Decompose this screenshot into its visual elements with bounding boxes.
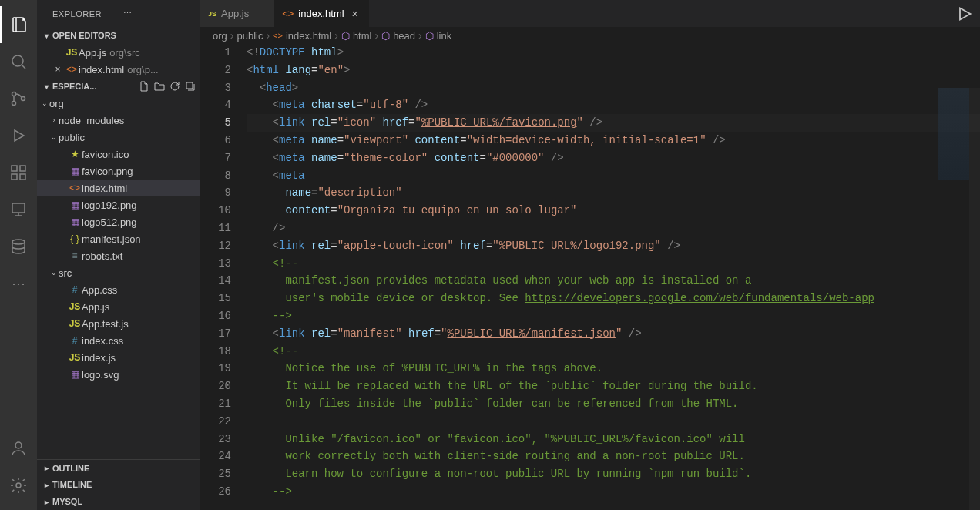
file-item[interactable]: JSindex.js (37, 349, 200, 366)
code-area[interactable]: <!DOCTYPE html><html lang="en"> <head> <… (247, 44, 980, 510)
file-item[interactable]: #App.css (37, 281, 200, 298)
svg-point-0 (12, 55, 23, 66)
breadcrumb-item[interactable]: html (353, 30, 372, 42)
run-icon[interactable] (955, 5, 974, 25)
svg-point-9 (15, 442, 22, 448)
chevron-right-icon: ▸ (40, 498, 52, 506)
sidebar: EXPLORER ⋯ ▾ OPEN EDITORS JSApp.jsorg\sr… (37, 0, 200, 510)
symbol-icon: ⬡ (425, 30, 434, 42)
breadcrumb-item[interactable]: index.html (286, 30, 331, 42)
file-item[interactable]: ▦logo.svg (37, 366, 200, 383)
editor[interactable]: 1234567891011121314151617181920212223242… (200, 44, 980, 510)
collapse-all-icon[interactable] (183, 79, 197, 93)
editor-group: JSApp.js<>index.html× org› public›<> ind… (200, 0, 980, 510)
chevron-right-icon: › (334, 29, 338, 42)
activity-run-debug[interactable] (0, 117, 37, 154)
activity-settings[interactable] (0, 467, 37, 504)
chevron-right-icon: ▸ (40, 464, 52, 472)
tab-App-js[interactable]: JSApp.js (200, 0, 274, 27)
js-icon: JS (68, 300, 82, 314)
chevron-down-icon: ⌄ (49, 133, 59, 141)
svg-point-1 (12, 92, 16, 96)
folder-org[interactable]: ⌄org (37, 95, 200, 112)
file-label: App.js (82, 301, 109, 313)
js-icon: JS (68, 317, 82, 330)
tab-label: App.js (221, 8, 249, 19)
chevron-right-icon: › (49, 116, 59, 124)
file-label: index.css (82, 335, 123, 347)
tab-index-html[interactable]: <>index.html× (274, 0, 369, 27)
file-label: App.js (79, 47, 106, 59)
tab-label: index.html (298, 8, 344, 19)
timeline-title: TIMELINE (52, 480, 197, 489)
file-label: robots.txt (82, 250, 123, 262)
new-file-icon[interactable] (137, 79, 151, 93)
svg-rect-5 (12, 174, 17, 180)
timeline-header[interactable]: ▸ TIMELINE (37, 476, 200, 493)
image-icon: ▦ (68, 164, 82, 178)
activity-remote[interactable] (0, 191, 37, 228)
breadcrumb-item[interactable]: head (393, 30, 415, 42)
folder-src[interactable]: ⌄src (37, 264, 200, 281)
activity-source-control[interactable] (0, 80, 37, 117)
explorer-title: EXPLORER (52, 9, 123, 18)
chevron-down-icon: ▾ (40, 32, 52, 40)
file-item[interactable]: ≡robots.txt (37, 247, 200, 264)
file-label: App.test.js (82, 318, 129, 330)
close-icon[interactable]: × (349, 8, 361, 20)
activity-bar: ⋯ (0, 0, 37, 510)
file-item[interactable]: ▦logo192.png (37, 196, 200, 213)
outline-title: OUTLINE (52, 464, 197, 473)
open-editors-header[interactable]: ▾ OPEN EDITORS (37, 27, 200, 44)
file-item[interactable]: <>index.html (37, 180, 200, 196)
file-item[interactable]: ▦favicon.png (37, 163, 200, 180)
tabs: JSApp.js<>index.html× (200, 0, 980, 27)
open-editor-item[interactable]: ×<>index.htmlorg\p... (37, 61, 200, 78)
activity-extensions[interactable] (0, 154, 37, 191)
svg-rect-4 (12, 166, 17, 171)
outline-header[interactable]: ▸ OUTLINE (37, 459, 200, 476)
chevron-right-icon: › (266, 29, 270, 42)
breadcrumb-item[interactable]: org (213, 30, 227, 42)
refresh-icon[interactable] (168, 79, 182, 93)
activity-search[interactable] (0, 43, 37, 80)
file-label: index.html (82, 183, 127, 194)
file-item[interactable]: JSApp.js (37, 298, 200, 315)
breadcrumb-item[interactable]: link (437, 30, 452, 42)
file-item[interactable]: ▦logo512.png (37, 213, 200, 230)
activity-database[interactable] (0, 228, 37, 265)
file-item[interactable]: { }manifest.json (37, 230, 200, 247)
file-path: org\p... (127, 64, 158, 75)
folder-node_modules[interactable]: ›node_modules (37, 112, 200, 129)
scrollbar[interactable] (969, 88, 980, 510)
chevron-right-icon: › (230, 29, 234, 42)
activity-account[interactable] (0, 430, 37, 467)
breadcrumb-item[interactable]: public (237, 30, 263, 42)
file-item[interactable]: #index.css (37, 332, 200, 349)
symbol-icon: ⬡ (341, 30, 350, 42)
folder-label: src (59, 267, 72, 279)
file-item[interactable]: ★favicon.ico (37, 146, 200, 163)
js-icon: JS (208, 10, 216, 18)
activity-more[interactable]: ⋯ (0, 265, 37, 302)
image-icon: ▦ (68, 215, 82, 229)
symbol-icon: ⬡ (381, 30, 390, 42)
html-icon: <> (282, 8, 294, 19)
workspace-title: ESPECIA... (52, 82, 137, 91)
open-editor-item[interactable]: JSApp.jsorg\src (37, 44, 200, 61)
breadcrumbs[interactable]: org› public›<> index.html›⬡ html›⬡ head›… (200, 27, 980, 44)
file-item[interactable]: JSApp.test.js (37, 315, 200, 332)
folder-public[interactable]: ⌄public (37, 129, 200, 146)
mysql-header[interactable]: ▸ MYSQL (37, 493, 200, 510)
open-editors-title: OPEN EDITORS (52, 31, 197, 40)
close-icon[interactable]: × (51, 62, 65, 76)
minimap[interactable] (938, 88, 969, 180)
explorer-header: EXPLORER ⋯ (37, 0, 200, 27)
new-folder-icon[interactable] (153, 79, 166, 93)
explorer-more-icon[interactable]: ⋯ (123, 8, 194, 18)
workspace-header[interactable]: ▾ ESPECIA... (37, 78, 200, 95)
activity-explorer[interactable] (0, 6, 37, 43)
svg-rect-6 (20, 174, 25, 180)
file-label: manifest.json (82, 233, 141, 245)
chevron-right-icon: ▸ (40, 481, 52, 489)
